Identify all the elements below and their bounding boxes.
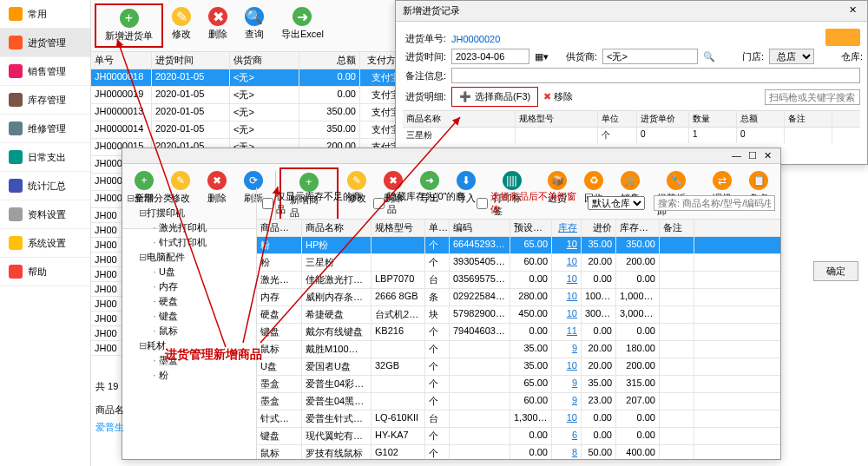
- barcode-search[interactable]: [765, 89, 860, 105]
- minimize-icon[interactable]: —: [728, 150, 745, 161]
- warehouse-label: 仓库:: [819, 50, 863, 63]
- goods-row[interactable]: 键盘现代翼蛇有线键盘HY-KA7个0.0060.000.00: [257, 428, 780, 445]
- goods-row[interactable]: 粉三星粉个393054052860.001020.00200.00: [257, 254, 780, 272]
- goods-row[interactable]: 鼠标戴胜M100鼠标个35.00920.00180.00: [257, 341, 780, 358]
- sidebar-item-7[interactable]: 资料设置: [0, 200, 90, 229]
- tree-node[interactable]: ·针式打印机: [126, 235, 253, 250]
- chk-keep-open[interactable]: 选择商品后不关闭窗体: [477, 190, 579, 216]
- warehouse-filter[interactable]: 默认仓库: [588, 196, 645, 210]
- supplier-label: 供货商:: [554, 50, 597, 63]
- tree-node[interactable]: ⊟耗材: [126, 338, 253, 353]
- ok-button[interactable]: 确定: [813, 261, 858, 281]
- tree-node[interactable]: ·墨盒: [126, 353, 253, 368]
- tree-node[interactable]: ⊟电脑配件: [126, 250, 253, 265]
- plus-icon: ➕: [459, 91, 471, 102]
- goods-row[interactable]: 粉HP粉个664452931665.001035.00350.00: [257, 237, 780, 254]
- sidebar-item-6[interactable]: 统计汇总: [0, 172, 90, 200]
- goods-row[interactable]: 针式打印机爱普生针式打印机LQ-610KII台1,300.00100.000.0…: [257, 410, 780, 428]
- count-fragment: 共 19: [95, 380, 118, 393]
- category-tree[interactable]: ⊟全部分类⊟打摆印机·激光打印机·针式打印机⊟电脑配件·U盘·内存·硬盘·键盘·…: [122, 187, 257, 459]
- date-label: 进货时间:: [403, 50, 446, 63]
- btn-新增进货单[interactable]: +新增进货单: [95, 3, 163, 48]
- chk-low-stock[interactable]: 仅显示库存不足的商品: [262, 190, 365, 216]
- tree-node[interactable]: ⊟全部分类: [126, 191, 253, 206]
- goods-row[interactable]: 鼠标罗技有线鼠标G102个0.00850.00400.00: [257, 445, 780, 459]
- btn-修改[interactable]: ✎修改: [163, 3, 200, 48]
- truck-icon: [825, 29, 860, 46]
- tree-node[interactable]: ·鼠标: [126, 324, 253, 338]
- sidebar-item-9[interactable]: 帮助: [0, 258, 90, 286]
- search-icon[interactable]: 🔍: [703, 51, 715, 62]
- tree-node[interactable]: ·内存: [126, 279, 253, 294]
- sidebar-item-2[interactable]: 销售管理: [0, 57, 90, 86]
- ap-fragment: 爱普生: [95, 421, 124, 434]
- sidebar-item-3[interactable]: 库存管理: [0, 86, 90, 115]
- name-fragment: 商品名: [95, 404, 124, 417]
- goods-row[interactable]: 内存威刚内存条DDR42666 8GB条0292258444280.001010…: [257, 289, 780, 306]
- tree-node[interactable]: ·硬盘: [126, 294, 253, 309]
- sidebar-item-0[interactable]: 常用: [0, 0, 90, 29]
- calendar-icon[interactable]: ▦▾: [535, 51, 549, 62]
- remove-button[interactable]: ✖ 移除: [543, 90, 573, 103]
- close-icon[interactable]: ✕: [845, 4, 860, 15]
- order-value: JH0000020: [451, 34, 500, 44]
- maximize-icon[interactable]: ☐: [745, 150, 760, 161]
- shop-label: 门店:: [720, 50, 764, 63]
- close-icon[interactable]: ✕: [760, 150, 775, 161]
- goods-row[interactable]: U盘爱国者U盘32GB个35.001020.00200.00: [257, 358, 780, 376]
- supplier-input[interactable]: [602, 49, 698, 64]
- tree-node[interactable]: ·键盘: [126, 309, 253, 324]
- chk-hide-zero[interactable]: 隐藏库存为"0"的商品: [373, 190, 469, 216]
- sidebar-item-8[interactable]: 系统设置: [0, 229, 90, 258]
- btn-导出Excel[interactable]: ➜导出Excel: [273, 3, 332, 48]
- shop-select[interactable]: 总店: [769, 49, 814, 64]
- add-purchase-dialog: 新增进货记录 ✕ 进货单号: JH0000020 进货时间: ▦▾ 供货商: 🔍…: [395, 0, 868, 165]
- select-goods-button[interactable]: ➕ 选择商品(F3): [451, 87, 538, 107]
- sidebar-item-5[interactable]: 日常支出: [0, 143, 90, 172]
- btn-查询[interactable]: 🔍查询: [236, 3, 273, 48]
- goods-row[interactable]: 墨盒爱普生04彩色墨水个65.00935.00315.00: [257, 376, 780, 393]
- detail-label: 进货明细:: [403, 90, 446, 103]
- note-label: 备注信息:: [403, 69, 446, 82]
- sidebar: 常用进货管理销售管理库存管理维修管理日常支出统计汇总资料设置系统设置帮助: [0, 0, 91, 466]
- tree-node[interactable]: ·激光打印机: [126, 220, 253, 235]
- goods-row[interactable]: 激光打印机佳能激光打印机LBP7070台03569575470.00100.00…: [257, 272, 780, 289]
- note-input[interactable]: [451, 68, 860, 83]
- tree-node[interactable]: ·U盘: [126, 265, 253, 279]
- sidebar-item-1[interactable]: 进货管理: [0, 29, 90, 57]
- goods-row[interactable]: 键盘戴尔有线键盘KB216个79404603770.00110.000.00: [257, 324, 780, 341]
- dialog-title: 新增进货记录: [403, 4, 460, 17]
- btn-删除[interactable]: ✖删除: [200, 3, 236, 48]
- goods-row[interactable]: 硬盘希捷硬盘台式机2TB块5798290016450.0010300.003,0…: [257, 306, 780, 324]
- date-input[interactable]: [451, 49, 529, 64]
- goods-row[interactable]: 墨盒爱普生04黑色墨水个60.00923.00207.00: [257, 393, 780, 410]
- order-label: 进货单号:: [403, 32, 446, 45]
- goods-search[interactable]: [654, 195, 775, 211]
- goods-dialog: — ☐ ✕ +新增✎修改✖删除⟳刷新+新增商品✎修改✖删除➜导出⬇导入||||打…: [122, 148, 781, 460]
- tree-node[interactable]: ⊟打摆印机: [126, 206, 253, 220]
- tree-node[interactable]: ·粉: [126, 368, 253, 383]
- sidebar-item-4[interactable]: 维修管理: [0, 115, 90, 143]
